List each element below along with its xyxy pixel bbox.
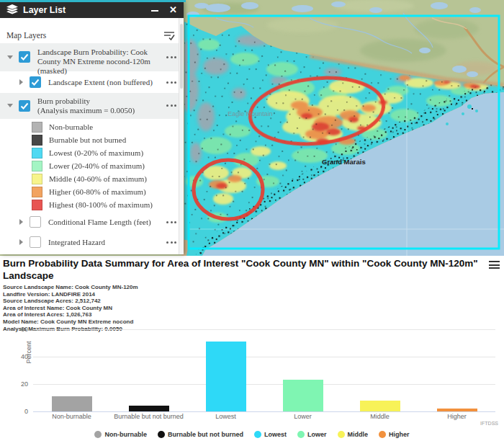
bar-burnable-but-not-burned[interactable] bbox=[129, 406, 169, 411]
expand-caret-icon[interactable] bbox=[19, 219, 23, 225]
bar-lower[interactable] bbox=[283, 380, 323, 411]
chart-legend-item[interactable]: Burnable but not burned bbox=[158, 431, 243, 438]
chart-menu-icon[interactable] bbox=[489, 261, 500, 269]
layer-row-burn-probability-group[interactable]: Landscape Burn Probability: Cook County … bbox=[0, 43, 184, 71]
legend-label: Higher (60-80% of maximum) bbox=[49, 187, 146, 196]
bar-middle[interactable] bbox=[360, 401, 400, 411]
map-label-grand-marais: Grand Marais bbox=[322, 158, 366, 166]
y-axis-label: Percent bbox=[25, 331, 32, 374]
legend-dot-icon bbox=[94, 431, 102, 438]
summary-title: Burn Probability Data Summary for Area o… bbox=[3, 258, 484, 282]
x-category-label: Lowest bbox=[187, 413, 264, 420]
bar-higher[interactable] bbox=[437, 409, 477, 411]
layer-label: Landscape Burn Probability: Cook County … bbox=[37, 48, 159, 76]
layer-sublabel: (Analysis maximum = 0.0050) bbox=[37, 106, 135, 115]
x-category-label: Middle bbox=[341, 413, 418, 420]
legend-label: Burnable but not burned bbox=[49, 135, 126, 144]
legend-label: Middle (40-60% of maximum) bbox=[49, 174, 147, 183]
panel-title: Layer List bbox=[23, 5, 150, 15]
legend-swatch bbox=[32, 122, 42, 133]
collapse-caret-icon[interactable] bbox=[7, 55, 13, 59]
metadata-line: Source Landscape Name: Cook County MN-12… bbox=[3, 284, 138, 291]
percent-bar-chart: Percent 0204060Non-burnableBurnable but … bbox=[0, 325, 504, 420]
gridline bbox=[33, 384, 495, 385]
legend-item: Lower (20-40% of maximum) bbox=[0, 160, 184, 173]
layer-checkbox[interactable] bbox=[30, 216, 41, 228]
overflow-menu-icon[interactable] bbox=[166, 56, 176, 58]
legend-dot-icon bbox=[297, 431, 305, 438]
layer-checkbox[interactable] bbox=[30, 236, 41, 248]
layer-checkbox[interactable] bbox=[19, 51, 30, 63]
legend-label: Lower (20-40% of maximum) bbox=[49, 161, 145, 170]
layer-row-integrated-hazard[interactable]: Integrated Hazard bbox=[0, 233, 184, 251]
toggle-all-layers-icon[interactable] bbox=[163, 30, 175, 43]
iftdss-map-studio: Eagle Mountain Grand Marais Layer List ✕… bbox=[0, 0, 504, 446]
legend-item: Lowest (0-20% of maximum) bbox=[0, 147, 184, 160]
legend-swatch bbox=[32, 174, 42, 184]
gridline bbox=[33, 357, 495, 357]
overflow-menu-icon[interactable] bbox=[166, 81, 176, 84]
collapse-caret-icon[interactable] bbox=[7, 104, 13, 107]
expand-caret-icon[interactable] bbox=[19, 79, 23, 85]
chart-legend-label: Lowest bbox=[264, 431, 287, 438]
layer-label: Integrated Hazard bbox=[48, 238, 159, 247]
chart-legend-item[interactable]: Higher bbox=[379, 431, 410, 438]
layer-label: Burn probability bbox=[37, 97, 90, 105]
metadata-line: Source Landscape Acres: 2,512,742 bbox=[3, 298, 138, 305]
chart-legend-label: Lower bbox=[307, 431, 327, 438]
chart-legend-item[interactable]: Middle bbox=[338, 431, 369, 438]
chart-legend-label: Burnable but not burned bbox=[168, 431, 243, 438]
x-category-label: Lower bbox=[264, 413, 341, 420]
panel-scrollbar[interactable] bbox=[179, 18, 184, 254]
map-edge-strip bbox=[0, 0, 186, 2]
y-tick-label: 60 bbox=[4, 326, 28, 333]
chart-legend-label: Non-burnable bbox=[104, 431, 147, 438]
bar-lowest[interactable] bbox=[206, 342, 246, 411]
legend-label: Highest (80-100% of maximum) bbox=[49, 200, 153, 209]
expand-caret-icon[interactable] bbox=[19, 239, 23, 245]
bar-non-burnable[interactable] bbox=[52, 396, 92, 411]
chart-plot-area: Percent 0204060Non-burnableBurnable but … bbox=[33, 329, 495, 412]
y-tick-label: 40 bbox=[4, 353, 28, 360]
overflow-menu-icon[interactable] bbox=[166, 241, 176, 244]
legend-swatch bbox=[32, 135, 42, 146]
legend-item: Middle (40-60% of maximum) bbox=[0, 173, 184, 186]
y-tick-label: 0 bbox=[4, 408, 28, 415]
chart-watermark: IFTDSS bbox=[480, 421, 498, 426]
close-icon[interactable]: ✕ bbox=[169, 6, 177, 14]
layer-checkbox[interactable] bbox=[19, 100, 30, 112]
legend-swatch bbox=[32, 148, 42, 159]
chart-legend: Non-burnableBurnable but not burnedLowes… bbox=[0, 431, 504, 438]
layer-row-conditional-flame-length[interactable]: Conditional Flame Length (feet) bbox=[0, 213, 184, 231]
legend-label: Non-burnable bbox=[49, 122, 93, 131]
chart-legend-label: Middle bbox=[348, 431, 369, 438]
legend-dot-icon bbox=[254, 431, 261, 438]
legend-swatch bbox=[32, 161, 42, 171]
layer-row-landscape-extent[interactable]: Landscape Extent (non buffered) bbox=[0, 73, 184, 91]
burn-probability-summary: Burn Probability Data Summary for Area o… bbox=[0, 256, 504, 446]
legend-dot-icon bbox=[338, 431, 345, 438]
legend-swatch bbox=[32, 187, 42, 197]
check-icon bbox=[30, 76, 41, 88]
layer-checkbox[interactable] bbox=[30, 76, 41, 88]
metadata-line: Area of Interest Acres: 1,026,763 bbox=[3, 311, 138, 318]
chart-legend-item[interactable]: Lowest bbox=[254, 431, 287, 438]
chart-legend-item[interactable]: Lower bbox=[297, 431, 327, 438]
overflow-menu-icon[interactable] bbox=[166, 104, 176, 107]
map-layers-row: Map Layers bbox=[0, 29, 184, 43]
layer-list-header: Layer List ✕ bbox=[0, 1, 184, 18]
chart-legend-item[interactable]: Non-burnable bbox=[94, 431, 147, 438]
layer-label: Landscape Extent (non buffered) bbox=[48, 78, 159, 87]
layer-list-panel: Layer List ✕ Map Layers Landscape bbox=[0, 1, 184, 254]
check-icon bbox=[19, 100, 30, 112]
legend-swatch bbox=[32, 200, 42, 210]
metadata-line: Area of Interest Name: Cook County MN bbox=[3, 305, 138, 312]
metadata-line: Landfire Version: LANDFIRE 2014 bbox=[3, 291, 138, 298]
x-category-label: Higher bbox=[418, 413, 495, 420]
x-category-label: Non-burnable bbox=[33, 413, 110, 420]
layer-row-burn-probability[interactable]: Burn probability (Analysis maximum = 0.0… bbox=[0, 93, 184, 119]
minimize-icon[interactable] bbox=[150, 6, 159, 14]
overflow-menu-icon[interactable] bbox=[166, 221, 176, 223]
legend-label: Lowest (0-20% of maximum) bbox=[49, 148, 143, 157]
layer-label: Conditional Flame Length (feet) bbox=[48, 218, 159, 227]
